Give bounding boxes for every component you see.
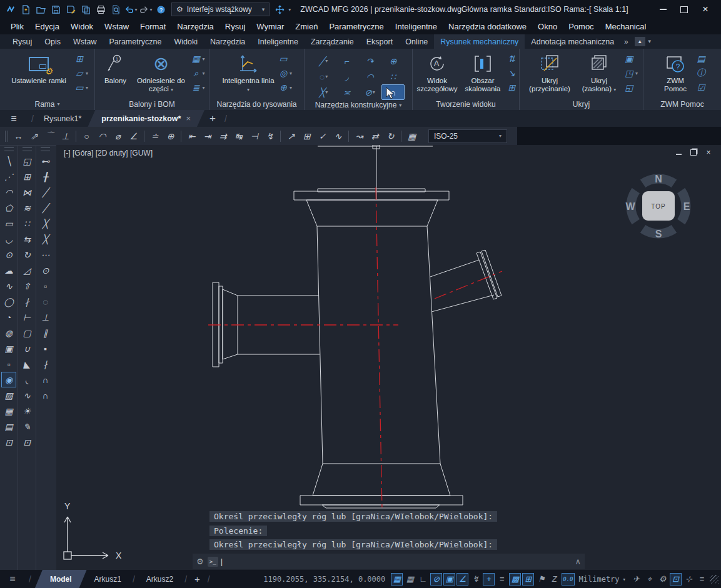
trim-tool[interactable]: ∤ — [19, 294, 34, 309]
dim-align-text-icon[interactable]: ⇄ — [367, 129, 383, 143]
command-expand-chevron-icon[interactable]: ∧ — [575, 557, 581, 566]
explode-tool[interactable]: ☀ — [19, 403, 34, 419]
ellipse-tool[interactable]: ◯ — [1, 294, 16, 309]
new-document-tab-button[interactable]: + — [204, 112, 221, 125]
copy-profile-icon[interactable]: ↷ — [358, 53, 381, 69]
move-tool[interactable]: ⇆ — [19, 231, 34, 247]
join-tool[interactable]: ∪ — [19, 341, 34, 356]
dropdown-caret-icon[interactable]: ▾ — [325, 89, 328, 95]
menu-pomoc[interactable]: Pomoc — [563, 22, 599, 31]
hide-frame-icon[interactable]: ▣ — [623, 53, 638, 64]
hardware-acceleration-icon[interactable]: ⊡ — [670, 573, 682, 586]
tab-adnotacja-mechaniczna[interactable]: Adnotacja mechaniczna — [525, 34, 620, 49]
fillet-tool[interactable]: ◟ — [19, 372, 34, 387]
dim-linear-icon[interactable]: ↔ — [11, 129, 26, 143]
grid-points-icon[interactable]: ∷ — [381, 69, 405, 84]
snap-node[interactable]: ▫ — [38, 278, 53, 294]
scale-area-add-icon[interactable]: ⊞ — [506, 82, 517, 93]
tab-eksport[interactable]: Eksport — [360, 34, 399, 49]
ellipse-arc-tool[interactable]: ◔ — [1, 309, 16, 325]
tab-inteligentne[interactable]: Inteligentne — [251, 34, 305, 49]
multiline-tool[interactable]: ⋰ — [1, 169, 16, 184]
dim-aligned-icon[interactable]: ⇗ — [26, 129, 42, 143]
doc-tab-przenikanie-stozkow[interactable]: przenikanie-stozkow* × — [88, 110, 204, 127]
dim-style-combo[interactable]: ISO-25 ▾ — [428, 129, 507, 143]
revcloud-tool[interactable]: ☁ — [1, 262, 16, 278]
construction-line-icon[interactable]: ╱▾ — [312, 53, 335, 69]
snap-midpoint[interactable]: ╂ — [38, 169, 53, 184]
unit-dropdown[interactable]: Milimetry ▾ — [575, 575, 630, 584]
dropdown-caret-icon[interactable]: ▾ — [86, 71, 88, 76]
toolbar-separator[interactable] — [76, 131, 76, 142]
open-button[interactable] — [34, 2, 48, 16]
toolbar-grip[interactable] — [5, 131, 8, 142]
dim-ordinate-icon[interactable]: ⊥ — [58, 129, 73, 143]
edit-polyline-tool[interactable]: ✎ — [19, 419, 34, 434]
dim-quick-icon[interactable]: ↯ — [262, 129, 278, 143]
attribute-tool[interactable]: ⊡ — [1, 434, 16, 450]
fillet-corner-icon[interactable]: ◞ — [335, 69, 358, 84]
dim-chain-icon[interactable]: ⇉ — [215, 129, 231, 143]
tab-parametryczne[interactable]: Parametryczne — [103, 34, 168, 49]
table-tool[interactable]: ▦ — [1, 403, 16, 419]
new-file-button[interactable] — [19, 2, 33, 16]
offset-tool[interactable]: ≋ — [19, 200, 34, 216]
section-arrow-icon[interactable]: ↘ — [506, 67, 517, 79]
menu-wstaw[interactable]: Wstaw — [99, 22, 134, 31]
chamfer-tool[interactable]: ◣ — [19, 356, 34, 372]
ukryj-zaslona-button[interactable]: Ukryj (zasłona) ▾ — [577, 51, 621, 98]
command-input-bar[interactable]: ⚙ >_ | ∧ — [193, 554, 585, 569]
dim-oblique-icon[interactable]: ∿ — [330, 129, 346, 143]
snap-cross-1[interactable]: ╳ — [38, 216, 53, 231]
spline-tool[interactable]: ∿ — [1, 278, 16, 294]
print-button[interactable] — [94, 2, 108, 16]
dim-break-icon[interactable]: ⊣ — [246, 129, 262, 143]
command-settings-gear-icon[interactable]: ⚙ — [196, 557, 204, 566]
copy-button[interactable] — [79, 2, 93, 16]
lineweight-icon[interactable]: ≡ — [496, 573, 508, 586]
doc-tab-rysunek1[interactable]: Rysunek1* — [38, 110, 88, 127]
center-mark-tool-icon[interactable]: ⊕▾ — [278, 82, 292, 93]
menu-rysuj[interactable]: Rysuj — [219, 22, 251, 31]
rectangle-tool-icon[interactable]: ▭ — [278, 53, 292, 64]
tab-rysuj[interactable]: Rysuj — [6, 34, 38, 49]
ribbon-collapse-up-button[interactable]: ▲ — [635, 37, 645, 46]
block-tool[interactable]: ▣ — [1, 341, 16, 356]
snap-endpoint[interactable]: ⊷ — [38, 153, 53, 169]
undo-dropdown-caret[interactable]: ▾ — [134, 7, 137, 12]
rectangle-tool[interactable]: ▭ — [1, 216, 16, 231]
snap-apparent[interactable]: ╱ — [38, 200, 53, 216]
grid-display-icon[interactable]: ▦ — [391, 573, 403, 586]
dropdown-caret-icon[interactable]: ▾ — [290, 85, 292, 91]
rotate-tool[interactable]: ↻ — [19, 247, 34, 262]
tab-wstaw[interactable]: Wstaw — [67, 34, 103, 49]
dim-leader-icon[interactable]: ↗ — [283, 129, 299, 143]
circle-tool-icon[interactable]: ◎▾ — [278, 67, 292, 79]
snap-angle-icon[interactable]: ∠ — [456, 573, 468, 586]
tutorial-check-icon[interactable]: ☑ — [695, 82, 707, 93]
toolbar-separator[interactable] — [144, 131, 144, 142]
close-button[interactable]: × — [697, 3, 713, 16]
erase-tool[interactable]: ◱ — [19, 153, 34, 169]
settings-gear-icon[interactable]: ⚙ — [657, 573, 668, 586]
fullscreen-icon[interactable]: ⊹ — [683, 573, 695, 586]
bom-table-icon[interactable]: ▦▾ — [190, 53, 204, 64]
inteligentna-linia-button[interactable]: Inteligentna linia ▾ — [221, 51, 275, 98]
construction-ellipse-icon[interactable]: ⊘▾ — [358, 84, 381, 100]
arc-tool[interactable]: ◠ — [1, 184, 16, 200]
dim-arc-length-icon[interactable]: ⌒ — [42, 129, 58, 143]
dim-check-icon[interactable]: ✓ — [315, 129, 330, 143]
palette-grip[interactable] — [41, 147, 50, 151]
erase-construction-icon[interactable]: ╳▾ — [312, 84, 335, 100]
line-tool[interactable]: ╲ — [1, 153, 16, 169]
sheet-tab-arkusz1[interactable]: Arkusz1 — [87, 570, 129, 588]
save-as-button[interactable] — [64, 2, 78, 16]
redo-dropdown-caret[interactable]: ▾ — [149, 7, 152, 12]
scale-tool[interactable]: ◿ — [19, 262, 34, 278]
polygon-tool[interactable]: ⬠ — [1, 200, 16, 216]
snap-intersection[interactable]: ╱ — [38, 184, 53, 200]
frame-edit-icon[interactable]: ▱▾ — [74, 67, 88, 79]
toolbar-separator[interactable] — [181, 131, 181, 142]
document-menu-button[interactable]: ≡ — [0, 113, 28, 124]
dropdown-caret-icon[interactable]: ▾ — [325, 58, 328, 64]
